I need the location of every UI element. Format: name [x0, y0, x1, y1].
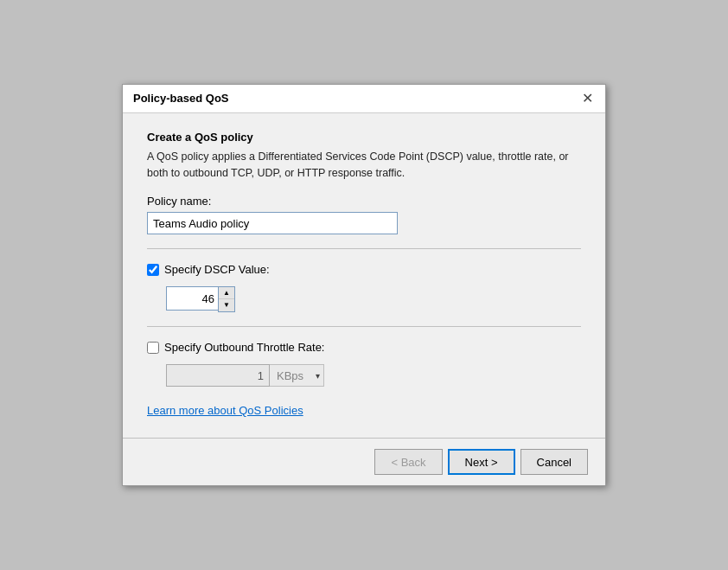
section-header: Create a QoS policy [147, 131, 581, 144]
throttle-units-select: KBps MBps GBps [270, 364, 324, 387]
spinner-down-button[interactable]: ▼ [219, 299, 234, 311]
throttle-label[interactable]: Specify Outbound Throttle Rate: [164, 341, 324, 354]
policy-name-input[interactable] [147, 212, 398, 234]
dialog-content: Create a QoS policy A QoS policy applies… [123, 113, 605, 439]
close-button[interactable]: ✕ [580, 92, 595, 106]
next-button[interactable]: Next > [448, 449, 515, 475]
dialog-policy-qos: Policy-based QoS ✕ Create a QoS policy A… [122, 84, 606, 487]
dscp-value-input[interactable] [166, 286, 218, 311]
dscp-checkbox[interactable] [147, 264, 159, 276]
divider-1 [147, 248, 581, 249]
throttle-units-wrapper: KBps MBps GBps [270, 364, 324, 387]
dialog-footer: < Back Next > Cancel [123, 438, 605, 485]
learn-more-link[interactable]: Learn more about QoS Policies [147, 404, 303, 417]
spinner-buttons: ▲ ▼ [218, 286, 235, 312]
learn-more-section: Learn more about QoS Policies [147, 404, 581, 417]
dscp-checkbox-row: Specify DSCP Value: [147, 263, 581, 276]
throttle-checkbox[interactable] [147, 342, 159, 354]
spinner-up-button[interactable]: ▲ [219, 287, 234, 299]
policy-name-label: Policy name: [147, 195, 581, 208]
divider-2 [147, 326, 581, 327]
throttle-input-row: KBps MBps GBps [166, 364, 581, 387]
throttle-value-input [166, 364, 270, 387]
dscp-label[interactable]: Specify DSCP Value: [164, 263, 270, 276]
description-text: A QoS policy applies a Differentiated Se… [147, 149, 581, 182]
dscp-spinner-wrapper: ▲ ▼ [166, 286, 581, 312]
back-button[interactable]: < Back [374, 449, 442, 475]
dialog-title: Policy-based QoS [133, 92, 229, 105]
throttle-checkbox-row: Specify Outbound Throttle Rate: [147, 341, 581, 354]
title-bar: Policy-based QoS ✕ [123, 85, 605, 113]
cancel-button[interactable]: Cancel [520, 449, 588, 475]
